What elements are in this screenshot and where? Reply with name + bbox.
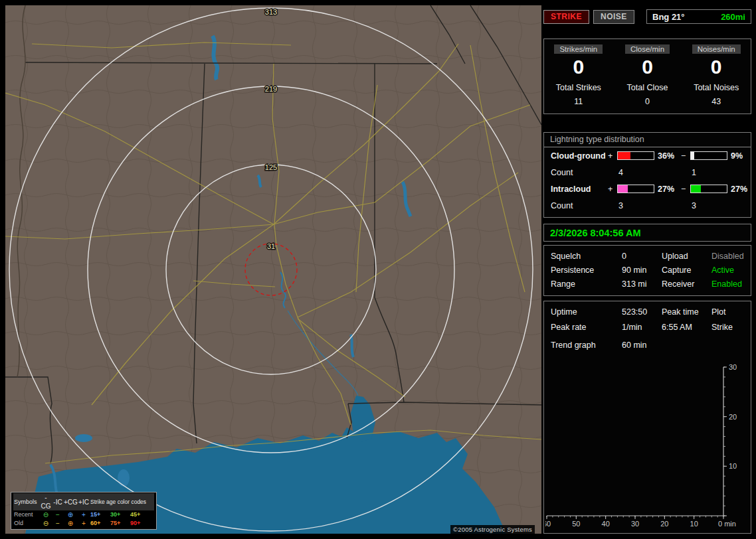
svg-text:10: 10 bbox=[690, 520, 698, 528]
svg-text:10: 10 bbox=[729, 462, 737, 470]
map-canvas[interactable]: 313 219 125 31 Symbols -CG -IC +CG +IC S… bbox=[5, 5, 541, 534]
peak-rate-value: 1/min bbox=[622, 323, 662, 332]
uptime-value: 523:50 bbox=[622, 307, 662, 317]
receiver-status: Enabled bbox=[711, 279, 744, 289]
trend-graph-window: 60 min bbox=[622, 341, 744, 350]
neg-ic-recent-icon: − bbox=[52, 510, 64, 519]
strike-legend: Symbols -CG -IC +CG +IC Strike age color… bbox=[11, 492, 157, 530]
ring-label-31: 31 bbox=[267, 242, 275, 250]
ic-minus-count: 3 bbox=[690, 201, 727, 210]
neg-cg-recent-icon: ⊖ bbox=[40, 510, 52, 519]
svg-text:20: 20 bbox=[729, 413, 737, 421]
close-column: Close/min 0 Total Close 0 bbox=[613, 39, 682, 114]
svg-text:30: 30 bbox=[631, 520, 639, 528]
intracloud-label: Intracloud bbox=[551, 185, 608, 194]
copyright: ©2005 Astrogenic Systems bbox=[450, 525, 535, 534]
cg-minus-bar-fill bbox=[691, 152, 694, 159]
range-label: Range bbox=[551, 279, 622, 289]
ic-plus-bar-fill bbox=[618, 185, 628, 193]
ring-label-219: 219 bbox=[265, 85, 277, 93]
legend-row-old: Old ⊖ − ⊕ + 60+ 75+ 90+ bbox=[13, 519, 154, 528]
svg-text:30: 30 bbox=[729, 363, 737, 371]
trend-graph-label: Trend graph bbox=[551, 341, 622, 350]
age-code-60: 60+ bbox=[90, 519, 110, 528]
close-per-min-value: 0 bbox=[642, 57, 653, 77]
age-code-45: 45+ bbox=[130, 510, 154, 519]
squelch-label: Squelch bbox=[551, 252, 622, 261]
bearing-label: Bng 21° bbox=[652, 12, 685, 22]
uptime-label: Uptime bbox=[551, 307, 622, 317]
counters-panel: Strikes/min 0 Total Strikes 11 Close/min… bbox=[543, 38, 751, 114]
total-strikes-value: 11 bbox=[574, 97, 583, 106]
cloud-ground-row: Cloud-ground + 36% − 9% bbox=[544, 147, 751, 164]
legend-col-pos-ic: +IC bbox=[77, 498, 90, 506]
cg-minus-bar bbox=[690, 151, 727, 160]
legend-recent-label: Recent bbox=[13, 510, 40, 519]
noises-per-min-chip[interactable]: Noises/min bbox=[692, 44, 741, 54]
noises-column: Noises/min 0 Total Noises 43 bbox=[682, 39, 751, 114]
legend-col-neg-cg: -CG bbox=[40, 493, 52, 510]
peak-time-label: Peak time bbox=[662, 307, 711, 317]
strike-button[interactable]: STRIKE bbox=[543, 10, 589, 24]
ring-label-125: 125 bbox=[265, 163, 277, 171]
squelch-value: 0 bbox=[622, 252, 662, 261]
close-per-min-chip[interactable]: Close/min bbox=[625, 44, 670, 54]
clock-panel: 2/3/2026 8:04:56 AM bbox=[543, 224, 751, 242]
minus-sign: − bbox=[681, 185, 690, 194]
distribution-panel: Lightning type distribution Cloud-ground… bbox=[543, 132, 751, 218]
age-code-75: 75+ bbox=[110, 519, 130, 528]
total-strikes-label: Total Strikes bbox=[556, 83, 601, 92]
ic-minus-pct: 27% bbox=[727, 185, 747, 194]
distribution-title: Lightning type distribution bbox=[544, 133, 751, 147]
legend-row-recent: Recent ⊖ − ⊕ + 15+ 30+ 45+ bbox=[13, 510, 154, 519]
legend-symbols-title: Symbols bbox=[13, 498, 40, 506]
plus-sign: + bbox=[608, 185, 617, 194]
plot-label: Plot bbox=[711, 307, 744, 317]
strikes-column: Strikes/min 0 Total Strikes 11 bbox=[544, 39, 613, 114]
age-code-90: 90+ bbox=[130, 519, 154, 528]
peak-rate-label: Peak rate bbox=[551, 323, 622, 332]
svg-text:50: 50 bbox=[572, 520, 580, 528]
neg-cg-old-icon: ⊖ bbox=[40, 519, 52, 528]
upload-status: Disabled bbox=[711, 252, 744, 261]
stats-grid: Uptime 523:50 Peak time Plot Peak rate 1… bbox=[544, 301, 751, 332]
total-close-label: Total Close bbox=[627, 83, 668, 92]
map-graphics: 313 219 125 31 bbox=[5, 5, 541, 534]
plot-value: Strike bbox=[711, 323, 744, 332]
cloud-ground-count-row: Count 4 1 bbox=[544, 164, 751, 181]
legend-old-label: Old bbox=[13, 519, 40, 528]
datetime-display: 2/3/2026 8:04:56 AM bbox=[550, 228, 641, 238]
trend-graph: 6050403020103020100 min bbox=[545, 360, 749, 532]
svg-text:60: 60 bbox=[545, 520, 551, 528]
cg-minus-count: 1 bbox=[690, 168, 727, 177]
toolbar: STRIKE NOISE Bng 21° 260mi bbox=[543, 9, 751, 25]
persistence-label: Persistence bbox=[551, 266, 622, 275]
total-noises-label: Total Noises bbox=[694, 83, 739, 92]
age-code-30: 30+ bbox=[110, 510, 130, 519]
capture-label: Capture bbox=[662, 266, 711, 275]
ic-plus-pct: 27% bbox=[654, 185, 681, 194]
capture-status: Active bbox=[711, 266, 744, 275]
legend-age-title: Strike age color codes bbox=[90, 498, 154, 506]
pos-cg-recent-icon: ⊕ bbox=[64, 510, 77, 519]
svg-text:40: 40 bbox=[602, 520, 610, 528]
total-noises-value: 43 bbox=[711, 97, 721, 106]
cloud-ground-label: Cloud-ground bbox=[551, 151, 608, 161]
trend-graph-header: Trend graph 60 min bbox=[544, 332, 751, 350]
intracloud-count-row: Count 3 3 bbox=[544, 197, 751, 214]
legend-header-row: Symbols -CG -IC +CG +IC Strike age color… bbox=[13, 493, 154, 510]
noise-button[interactable]: NOISE bbox=[593, 10, 634, 24]
cg-plus-bar-fill bbox=[618, 152, 630, 159]
bearing-display: Bng 21° 260mi bbox=[646, 9, 751, 24]
strikes-per-min-chip[interactable]: Strikes/min bbox=[554, 44, 603, 54]
pos-ic-recent-icon: + bbox=[77, 510, 90, 519]
cg-minus-pct: 9% bbox=[727, 151, 744, 161]
cg-plus-pct: 36% bbox=[654, 151, 681, 161]
minus-sign: − bbox=[681, 151, 690, 161]
persistence-value: 90 min bbox=[622, 266, 662, 275]
settings-panel: Squelch 0 Upload Disabled Persistence 90… bbox=[543, 245, 751, 296]
ic-count-label: Count bbox=[551, 201, 608, 210]
cg-count-label: Count bbox=[551, 168, 608, 177]
cg-plus-bar bbox=[617, 151, 654, 160]
ic-minus-bar-fill bbox=[691, 185, 701, 193]
